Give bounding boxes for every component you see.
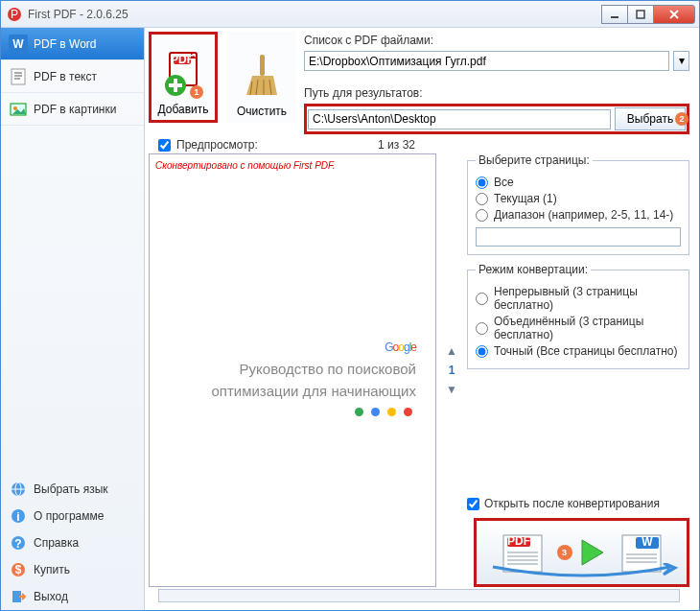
sidebar-item-label: Купить xyxy=(34,563,70,576)
next-page-icon[interactable]: ▼ xyxy=(446,383,457,396)
open-after-label: Открыть после конвертирования xyxy=(484,497,660,510)
decorative-dots xyxy=(351,400,416,419)
sidebar-item-pdf-to-word[interactable]: W PDF в Word xyxy=(1,28,144,60)
browse-label: Выбрать xyxy=(627,112,673,126)
preview-panel: Сконвертировано с помощью First PDF. Goo… xyxy=(149,153,436,587)
pages-fieldset: Выберите страницы: Все Текущая (1) Диапа… xyxy=(467,153,689,255)
google-logo: Google xyxy=(385,332,416,357)
svg-text:i: i xyxy=(16,510,19,524)
svg-text:W: W xyxy=(642,535,653,549)
result-path-input[interactable] xyxy=(308,109,611,129)
result-path-label: Путь для результатов: xyxy=(304,86,689,100)
sidebar: W PDF в Word PDF в текст PDF в картинки … xyxy=(1,28,145,610)
svg-rect-28 xyxy=(260,55,265,76)
mode-fieldset: Режим конвертации: Непрерывный (3 страни… xyxy=(467,263,689,369)
minimize-button[interactable] xyxy=(601,5,628,24)
svg-rect-6 xyxy=(12,69,25,84)
sidebar-item-label: PDF в текст xyxy=(34,70,97,83)
help-icon: ? xyxy=(9,533,28,552)
add-button-label: Добавить xyxy=(157,103,208,116)
radio-current-page[interactable]: Текущая (1) xyxy=(476,192,681,205)
sidebar-item-pdf-to-images[interactable]: PDF в картинки xyxy=(1,93,144,126)
svg-rect-3 xyxy=(637,11,644,18)
sidebar-item-pdf-to-text[interactable]: PDF в текст xyxy=(1,60,144,93)
open-after-checkbox[interactable]: Открыть после конвертирования xyxy=(467,497,689,510)
convert-button[interactable]: PDF 3 W xyxy=(474,518,689,587)
pdf-file-input[interactable] xyxy=(304,51,669,71)
svg-point-11 xyxy=(13,106,17,110)
sidebar-item-label: Справка xyxy=(34,536,79,550)
sidebar-item-label: Выбрать язык xyxy=(34,482,108,496)
svg-text:PDF: PDF xyxy=(171,53,194,66)
radio-label: Точный (Все страницы бесплатно) xyxy=(494,344,677,358)
app-icon: P xyxy=(7,7,22,22)
word-icon: W xyxy=(9,35,28,54)
add-pdf-icon: PDF xyxy=(154,45,212,103)
add-button[interactable]: PDF 1 Добавить xyxy=(149,32,218,123)
page-range-input[interactable] xyxy=(476,227,681,247)
window-title: First PDF - 2.0.6.25 xyxy=(28,8,602,21)
svg-text:$: $ xyxy=(15,563,22,576)
sidebar-item-label: Выход xyxy=(34,590,68,603)
current-page: 1 xyxy=(449,364,455,377)
cart-icon: $ xyxy=(9,560,28,579)
svg-rect-2 xyxy=(611,16,618,18)
text-icon xyxy=(9,67,28,86)
prev-page-icon[interactable]: ▲ xyxy=(446,344,457,358)
sidebar-exit[interactable]: Выход xyxy=(1,583,144,610)
status-bar xyxy=(149,587,689,604)
clear-button-label: Очистить xyxy=(237,105,287,118)
radio-mode-exact[interactable]: Точный (Все страницы бесплатно) xyxy=(476,344,681,358)
sidebar-about[interactable]: i О программе xyxy=(1,503,144,529)
preview-label: Предпросмотр: xyxy=(176,138,258,152)
svg-text:PDF: PDF xyxy=(507,534,530,548)
svg-text:?: ? xyxy=(14,537,21,551)
doc-title-line1: Руководство по поисковой xyxy=(240,361,416,379)
radio-range-pages[interactable]: Диапазон (например, 2-5, 11, 14-) xyxy=(476,208,681,222)
svg-text:W: W xyxy=(12,37,24,51)
file-list-label: Список с PDF файлами: xyxy=(304,34,689,47)
globe-icon xyxy=(9,480,28,499)
page-indicator: 1 из 32 xyxy=(378,138,415,152)
svg-text:P: P xyxy=(11,8,18,21)
browse-button[interactable]: Выбрать 2 xyxy=(615,107,686,130)
sidebar-item-label: О программе xyxy=(34,509,104,523)
radio-mode-joined[interactable]: Объединённый (3 страницы бесплатно) xyxy=(476,315,681,341)
radio-label: Все xyxy=(494,176,514,189)
progress-bar xyxy=(158,589,680,602)
badge-1: 1 xyxy=(190,85,203,99)
broom-icon xyxy=(233,47,291,105)
exit-icon xyxy=(9,587,28,606)
content-area: PDF 1 Добавить Очистить Список с PDF фай… xyxy=(145,28,699,610)
radio-mode-continuous[interactable]: Непрерывный (3 страницы бесплатно) xyxy=(476,285,681,312)
pdf-file-dropdown[interactable]: ▾ xyxy=(673,51,689,71)
sidebar-item-label: PDF в картинки xyxy=(34,103,116,116)
sidebar-help[interactable]: ? Справка xyxy=(1,529,144,556)
radio-label: Диапазон (например, 2-5, 11, 14-) xyxy=(494,208,673,222)
maximize-button[interactable] xyxy=(627,5,654,24)
close-button[interactable] xyxy=(653,5,695,24)
radio-all-pages[interactable]: Все xyxy=(476,176,681,189)
preview-document: Google Руководство по поисковой оптимиза… xyxy=(155,171,430,580)
sidebar-buy[interactable]: $ Купить xyxy=(1,556,144,583)
sidebar-item-label: PDF в Word xyxy=(34,37,97,51)
radio-label: Объединённый (3 страницы бесплатно) xyxy=(494,315,681,341)
radio-label: Текущая (1) xyxy=(494,192,557,205)
radio-label: Непрерывный (3 страницы бесплатно) xyxy=(494,285,681,312)
doc-title-line2: оптимизации для начинающих xyxy=(211,383,416,401)
info-icon: i xyxy=(9,506,28,526)
badge-2: 2 xyxy=(675,112,688,126)
preview-watermark: Сконвертировано с помощью First PDF. xyxy=(155,160,430,171)
svg-rect-27 xyxy=(169,83,182,87)
badge-3: 3 xyxy=(557,545,572,560)
pages-legend: Выберите страницы: xyxy=(476,153,593,167)
page-nav: ▲ 1 ▼ xyxy=(442,153,461,587)
arrow-icon xyxy=(488,563,680,580)
sidebar-language[interactable]: Выбрать язык xyxy=(1,476,144,503)
mode-legend: Режим конвертации: xyxy=(476,263,591,276)
images-icon xyxy=(9,100,28,119)
title-bar: P First PDF - 2.0.6.25 xyxy=(1,1,699,28)
preview-checkbox[interactable] xyxy=(158,139,171,152)
clear-button[interactable]: Очистить xyxy=(227,32,296,123)
